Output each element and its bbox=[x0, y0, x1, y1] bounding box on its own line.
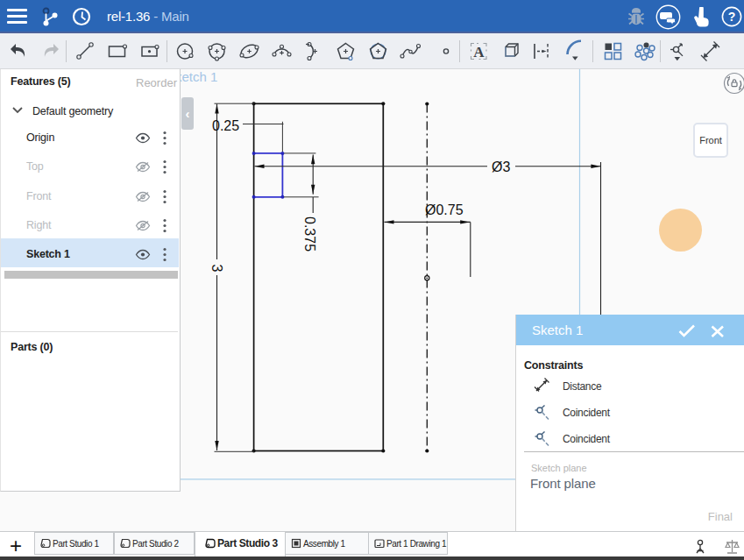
svg-text:?: ? bbox=[728, 10, 736, 24]
svg-text:A: A bbox=[473, 44, 485, 60]
svg-text:Ø0.75: Ø0.75 bbox=[425, 202, 464, 217]
svg-text:0.375: 0.375 bbox=[302, 216, 317, 252]
svg-text:Ø3: Ø3 bbox=[492, 159, 510, 174]
svg-text:0.25: 0.25 bbox=[212, 118, 239, 133]
svg-text:3: 3 bbox=[209, 265, 224, 273]
